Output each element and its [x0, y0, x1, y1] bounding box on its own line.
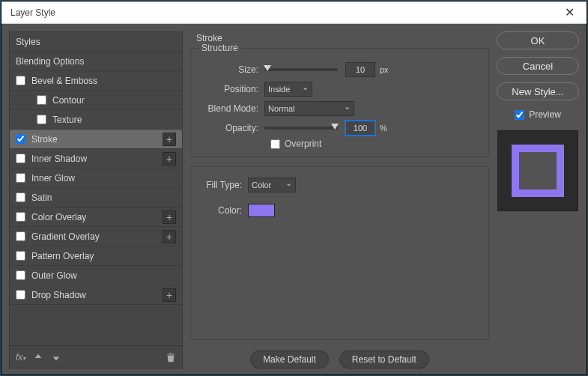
sidebar-item-dropshadow[interactable]: Drop Shadow+ — [10, 285, 182, 305]
sidebar-item-label: Contour — [52, 95, 85, 106]
opacity-input[interactable] — [345, 121, 375, 136]
blendmode-label: Blend Mode: — [200, 103, 264, 114]
preview-box — [497, 130, 578, 211]
opacity-label: Opacity: — [200, 123, 264, 133]
titlebar: Layer Style ✕ — [1, 1, 587, 24]
add-instance-icon[interactable]: + — [163, 210, 176, 224]
sidebar-item-bevel[interactable]: Bevel & Emboss — [10, 71, 182, 91]
fill-group: Fill Type: Color Color: — [190, 166, 489, 340]
settings-panel: Stroke Structure Size: px Position: Insi… — [190, 31, 489, 369]
add-instance-icon[interactable]: + — [163, 288, 176, 302]
fx-icon[interactable]: fx▾ — [16, 352, 25, 363]
add-instance-icon[interactable]: + — [163, 230, 176, 243]
preview-swatch — [512, 145, 564, 197]
close-icon[interactable]: ✕ — [552, 1, 587, 24]
sidebar-item-label: Pattern Overlay — [31, 251, 94, 261]
add-instance-icon[interactable]: + — [163, 152, 176, 166]
texture-checkbox[interactable] — [37, 115, 46, 124]
sidebar-item-contour[interactable]: Contour — [10, 91, 182, 110]
overprint-checkbox[interactable] — [270, 139, 280, 149]
dialog-title: Layer Style — [10, 7, 55, 18]
structure-legend: Structure — [198, 43, 241, 53]
trash-icon[interactable] — [166, 352, 176, 363]
gradientoverlay-checkbox[interactable] — [16, 231, 25, 241]
new-style-button[interactable]: New Style... — [497, 82, 579, 100]
structure-group: Structure Size: px Position: Inside Blen… — [190, 48, 489, 157]
dropshadow-checkbox[interactable] — [16, 290, 25, 300]
stroke-checkbox[interactable] — [16, 134, 25, 144]
contour-checkbox[interactable] — [37, 95, 46, 105]
styles-sidebar: Styles Blending Options Bevel & EmbossCo… — [9, 31, 183, 369]
sidebar-item-label: Texture — [52, 115, 82, 125]
outerglow-checkbox[interactable] — [16, 270, 25, 280]
size-input[interactable] — [345, 62, 375, 77]
sidebar-item-outerglow[interactable]: Outer Glow — [10, 266, 182, 285]
preview-checkbox[interactable] — [515, 110, 524, 120]
color-label: Color: — [200, 205, 248, 216]
sidebar-item-label: Inner Glow — [31, 173, 75, 184]
opacity-slider[interactable] — [264, 127, 338, 130]
innerglow-checkbox[interactable] — [16, 173, 25, 183]
add-instance-icon[interactable]: + — [163, 133, 176, 146]
preview-label: Preview — [529, 109, 561, 120]
overprint-label: Overprint — [285, 139, 321, 149]
size-slider[interactable] — [264, 68, 338, 71]
coloroverlay-checkbox[interactable] — [16, 212, 25, 222]
sidebar-item-label: Stroke — [31, 134, 58, 145]
sidebar-item-label: Gradient Overlay — [31, 231, 100, 242]
sidebar-item-label: Bevel & Emboss — [31, 76, 97, 86]
sidebar-item-satin[interactable]: Satin — [10, 188, 182, 207]
opacity-unit: % — [380, 124, 387, 133]
right-panel: OK Cancel New Style... Preview — [497, 31, 579, 369]
layer-style-dialog: Layer Style ✕ Styles Blending Options Be… — [1, 1, 587, 375]
sidebar-footer: fx▾ — [10, 345, 182, 368]
innershadow-checkbox[interactable] — [16, 154, 25, 163]
make-default-button[interactable]: Make Default — [250, 351, 329, 369]
sidebar-item-label: Inner Shadow — [31, 154, 87, 164]
sidebar-item-label: Satin — [31, 192, 52, 203]
bevel-checkbox[interactable] — [16, 76, 25, 85]
position-select[interactable]: Inside — [264, 82, 312, 97]
sidebar-item-coloroverlay[interactable]: Color Overlay+ — [10, 207, 182, 227]
sidebar-item-label: Outer Glow — [31, 270, 77, 281]
sidebar-item-patternoverlay[interactable]: Pattern Overlay — [10, 246, 182, 266]
sidebar-item-innerglow[interactable]: Inner Glow — [10, 169, 182, 188]
sidebar-item-label: Color Overlay — [31, 212, 86, 222]
ok-button[interactable]: OK — [497, 31, 579, 49]
patternoverlay-checkbox[interactable] — [16, 251, 25, 261]
sidebar-item-innershadow[interactable]: Inner Shadow+ — [10, 149, 182, 169]
sidebar-item-label: Drop Shadow — [31, 290, 86, 300]
down-arrow-icon[interactable] — [51, 352, 61, 363]
sidebar-item-gradientoverlay[interactable]: Gradient Overlay+ — [10, 227, 182, 246]
position-label: Position: — [200, 84, 264, 94]
size-label: Size: — [200, 64, 264, 75]
size-unit: px — [380, 65, 389, 74]
sidebar-item-texture[interactable]: Texture — [10, 110, 182, 130]
satin-checkbox[interactable] — [16, 192, 25, 202]
reset-default-button[interactable]: Reset to Default — [339, 351, 429, 369]
cancel-button[interactable]: Cancel — [497, 57, 579, 75]
sidebar-item-stroke[interactable]: Stroke+ — [10, 130, 182, 149]
sidebar-item-blending-options[interactable]: Blending Options — [10, 52, 182, 71]
blendmode-select[interactable]: Normal — [264, 101, 354, 116]
color-swatch[interactable] — [248, 204, 275, 217]
sidebar-header-styles[interactable]: Styles — [10, 32, 182, 52]
up-arrow-icon[interactable] — [33, 352, 43, 363]
filltype-select[interactable]: Color — [248, 178, 296, 192]
filltype-label: Fill Type: — [200, 180, 248, 190]
